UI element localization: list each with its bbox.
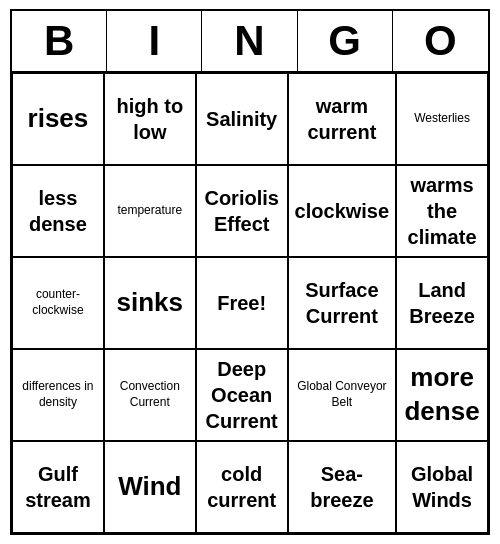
bingo-cell-0[interactable]: rises bbox=[12, 73, 104, 165]
bingo-letter-n: N bbox=[202, 11, 297, 71]
bingo-cell-4[interactable]: Westerlies bbox=[396, 73, 488, 165]
bingo-cell-10[interactable]: counter-clockwise bbox=[12, 257, 104, 349]
bingo-header: BINGO bbox=[12, 11, 488, 73]
bingo-letter-o: O bbox=[393, 11, 488, 71]
bingo-cell-5[interactable]: less dense bbox=[12, 165, 104, 257]
bingo-cell-18[interactable]: Global Conveyor Belt bbox=[288, 349, 397, 441]
bingo-cell-7[interactable]: Coriolis Effect bbox=[196, 165, 288, 257]
bingo-cell-2[interactable]: Salinity bbox=[196, 73, 288, 165]
bingo-letter-i: I bbox=[107, 11, 202, 71]
bingo-cell-13[interactable]: Surface Current bbox=[288, 257, 397, 349]
bingo-cell-15[interactable]: differences in density bbox=[12, 349, 104, 441]
bingo-cell-14[interactable]: Land Breeze bbox=[396, 257, 488, 349]
bingo-cell-6[interactable]: temperature bbox=[104, 165, 196, 257]
bingo-card: BINGO riseshigh to lowSalinitywarm curre… bbox=[10, 9, 490, 535]
bingo-cell-16[interactable]: Convection Current bbox=[104, 349, 196, 441]
bingo-letter-b: B bbox=[12, 11, 107, 71]
bingo-cell-23[interactable]: Sea-breeze bbox=[288, 441, 397, 533]
bingo-cell-24[interactable]: Global Winds bbox=[396, 441, 488, 533]
bingo-cell-19[interactable]: more dense bbox=[396, 349, 488, 441]
bingo-cell-17[interactable]: Deep Ocean Current bbox=[196, 349, 288, 441]
bingo-grid: riseshigh to lowSalinitywarm currentWest… bbox=[12, 73, 488, 533]
bingo-cell-9[interactable]: warms the climate bbox=[396, 165, 488, 257]
bingo-cell-8[interactable]: clockwise bbox=[288, 165, 397, 257]
bingo-cell-12[interactable]: Free! bbox=[196, 257, 288, 349]
bingo-cell-3[interactable]: warm current bbox=[288, 73, 397, 165]
bingo-cell-22[interactable]: cold current bbox=[196, 441, 288, 533]
bingo-cell-21[interactable]: Wind bbox=[104, 441, 196, 533]
bingo-cell-11[interactable]: sinks bbox=[104, 257, 196, 349]
bingo-cell-1[interactable]: high to low bbox=[104, 73, 196, 165]
bingo-cell-20[interactable]: Gulf stream bbox=[12, 441, 104, 533]
bingo-letter-g: G bbox=[298, 11, 393, 71]
